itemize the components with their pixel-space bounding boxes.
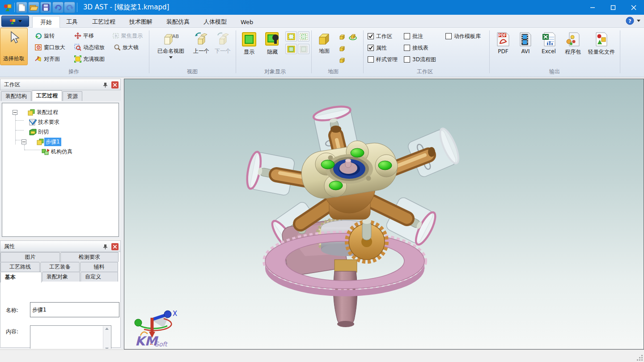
tree-node-label[interactable]: 装配过程 — [35, 108, 59, 117]
resize-grip-icon[interactable] — [637, 355, 643, 361]
scroll-down-icon[interactable] — [105, 348, 109, 349]
maximize-button[interactable] — [603, 0, 623, 15]
previous-view-button[interactable]: 上一个 — [191, 29, 212, 66]
checkbox-style-manager[interactable]: 样式管理 — [368, 55, 398, 64]
export-lightweight-button[interactable]: 轻量化文件 — [586, 29, 617, 66]
help-button[interactable]: ? — [626, 17, 634, 25]
application-menu-button[interactable] — [1, 16, 29, 27]
tree-node-label[interactable]: 剖切 — [37, 128, 50, 136]
tab-basic[interactable]: 基本 — [0, 272, 42, 282]
fit-view-button[interactable]: 充满视图 — [72, 54, 106, 64]
open-folder-icon — [30, 4, 38, 11]
close-button[interactable] — [623, 0, 644, 15]
named-views-button[interactable]: AB 已命名视图 — [153, 29, 189, 66]
tree-node-label-selected[interactable]: 步骤1 — [44, 138, 61, 146]
checkbox-annotation[interactable]: 批注 — [404, 31, 423, 41]
show-button[interactable]: 显示 — [238, 29, 260, 66]
help-dropdown-arrow-icon[interactable] — [637, 20, 640, 22]
scroll-up-icon[interactable] — [105, 328, 109, 330]
dropdown-arrow-icon — [169, 56, 173, 59]
pan-button[interactable]: 平移 — [72, 30, 96, 41]
checkbox-unchecked-icon — [404, 33, 410, 39]
3d-viewport[interactable]: X Z KM Soft — [124, 79, 644, 349]
tab-process-route[interactable]: 工艺路线 — [0, 262, 40, 272]
tree-row[interactable]: 剖切 — [2, 127, 50, 136]
tree-node-label[interactable]: 技术要求 — [37, 118, 61, 126]
ground-small3-button[interactable] — [336, 55, 348, 65]
tab-human-model[interactable]: 人体模型 — [196, 16, 234, 28]
pin-button[interactable] — [102, 81, 109, 88]
tab-web[interactable]: Web — [233, 16, 261, 28]
checkbox-3d-flowchart[interactable]: 3D流程图 — [404, 55, 436, 64]
checkbox-unchecked-icon — [368, 56, 374, 63]
undo-icon — [54, 4, 62, 11]
open-file-button[interactable] — [28, 2, 39, 13]
tab-assembly-object[interactable]: 装配对象 — [42, 272, 80, 282]
ground-ring-button[interactable] — [347, 31, 359, 42]
export-avi-button[interactable]: AVI — [515, 29, 536, 66]
window-zoom-button[interactable]: 窗口放大 — [33, 42, 67, 53]
checkbox-action-template-lib[interactable]: 动作模板库 — [445, 31, 481, 41]
object-display-mode3-button[interactable] — [285, 44, 297, 54]
align-face-button[interactable]: 对齐面 — [33, 54, 62, 64]
redo-button[interactable] — [64, 2, 75, 13]
tree-node-label[interactable]: 机构仿真 — [50, 147, 74, 156]
checkbox-workspace[interactable]: 工作区 — [368, 31, 392, 41]
tab-auxiliary[interactable]: 辅料 — [80, 262, 118, 272]
process-tree: 装配过程 技术要求 剖切 步骤1 机构仿真 — [2, 103, 119, 237]
save-button[interactable] — [40, 2, 51, 13]
group-label-ground: 地面 — [315, 68, 351, 76]
object-display-mode2-button[interactable] — [298, 31, 309, 42]
tab-tools[interactable]: 工具 — [59, 16, 85, 28]
dynamic-zoom-button[interactable]: 动态缩放 — [72, 42, 106, 53]
panel-splitter[interactable] — [121, 79, 124, 349]
collapse-icon[interactable] — [21, 139, 26, 144]
undo-button[interactable] — [52, 2, 64, 13]
name-input[interactable] — [30, 302, 119, 317]
select-pick-button[interactable]: 选择拾取 — [0, 28, 28, 65]
tab-process[interactable]: 工艺过程 — [85, 16, 123, 28]
tree-row[interactable]: 装配过程 — [2, 108, 59, 117]
export-pdf-button[interactable]: PDF PDF — [493, 29, 513, 66]
tab-tech-diagram[interactable]: 技术图解 — [122, 16, 160, 28]
logo-soft-text: Soft — [155, 341, 168, 348]
ground-button[interactable]: 地面 — [314, 29, 335, 66]
properties-tabs-row2: 工艺路线 工艺装备 辅料 — [0, 262, 120, 272]
hide-button[interactable]: 隐藏 — [262, 29, 283, 66]
tree-row[interactable]: 机构仿真 — [2, 147, 74, 156]
collapse-icon[interactable] — [13, 110, 17, 115]
object-display-mode4-button[interactable] — [298, 44, 309, 54]
magnifier-button[interactable]: 放大镜 — [112, 42, 140, 53]
tree-row[interactable]: 技术要求 — [2, 118, 61, 126]
workspace-close-button[interactable] — [111, 81, 119, 88]
export-excel-button[interactable]: Excel — [538, 29, 560, 66]
group-label-operate: 操作 — [54, 68, 94, 76]
checkbox-wiring-table[interactable]: 接线表 — [404, 43, 428, 53]
tab-assembly-sim[interactable]: 装配仿真 — [159, 16, 197, 28]
tab-assembly-structure[interactable]: 装配结构 — [1, 91, 31, 101]
checkbox-properties[interactable]: 属性 — [368, 43, 387, 53]
minimize-button[interactable] — [582, 0, 603, 15]
tab-resources[interactable]: 资源 — [63, 91, 82, 101]
object-display-mode1-button[interactable] — [285, 31, 297, 42]
tab-inspection[interactable]: 检测要求 — [60, 252, 119, 262]
tab-process-equipment[interactable]: 工艺装备 — [40, 262, 80, 272]
tab-process-tree[interactable]: 工艺过程 — [32, 90, 62, 101]
rotate-button[interactable]: 旋转 — [33, 30, 56, 41]
ground-small-button[interactable] — [336, 31, 348, 42]
tree-row[interactable]: 步骤1 — [2, 137, 61, 146]
previous-view-icon — [194, 32, 209, 46]
tab-custom[interactable]: 自定义 — [80, 272, 118, 282]
pin-button[interactable] — [102, 243, 109, 250]
ground-small2-button[interactable] — [336, 43, 348, 53]
content-textarea[interactable] — [30, 325, 111, 349]
tech-requirements-icon — [29, 119, 37, 126]
properties-tabs-row3: 基本 装配对象 自定义 — [0, 272, 120, 282]
content-field-label: 内容: — [6, 328, 18, 336]
tab-home[interactable]: 开始 — [32, 16, 60, 28]
new-file-button[interactable] — [16, 2, 27, 13]
properties-close-button[interactable] — [111, 243, 119, 250]
content-scrollbar[interactable] — [103, 326, 110, 349]
tab-picture[interactable]: 图片 — [0, 252, 60, 262]
export-package-button[interactable]: 程序包 — [561, 29, 585, 66]
